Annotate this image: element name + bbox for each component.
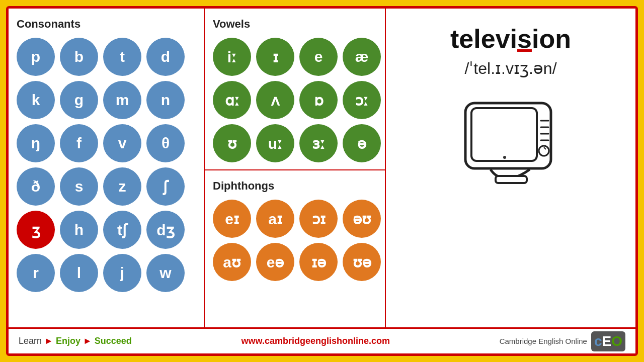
arrow2: ► (83, 336, 95, 346)
consonant-w[interactable]: w (146, 254, 185, 292)
consonant-zh[interactable]: ʒ (17, 211, 55, 249)
diphthong-ei[interactable]: eɪ (213, 200, 251, 238)
consonants-title: Consonants (17, 18, 196, 31)
right-sections: Vowels iː ɪ e æ ɑː ʌ ɒ ɔː ʊ uː ɜː ə (205, 9, 386, 327)
consonant-l[interactable]: l (60, 254, 98, 292)
consonant-f[interactable]: f (60, 124, 98, 162)
vowel-lambda[interactable]: ʌ (256, 81, 294, 119)
consonant-eth[interactable]: ð (17, 167, 55, 206)
consonant-b[interactable]: b (60, 38, 98, 76)
consonant-k[interactable]: k (17, 81, 55, 119)
consonant-ch[interactable]: tʃ (103, 211, 141, 249)
vowels-grid: iː ɪ e æ ɑː ʌ ɒ ɔː ʊ uː ɜː ə (213, 38, 377, 162)
svg-rect-8 (496, 176, 527, 183)
vowel-upsilon[interactable]: ʊ (213, 124, 251, 162)
consonant-m[interactable]: m (103, 81, 141, 119)
word-underline-s: s (517, 24, 532, 53)
consonant-n[interactable]: n (146, 81, 185, 119)
consonants-grid: p b t d k g m n ŋ f v θ ð s z ʃ ʒ h tʃ d… (17, 38, 196, 292)
consonant-p[interactable]: p (17, 38, 55, 76)
vowel-ii[interactable]: iː (213, 38, 251, 76)
consonant-r[interactable]: r (17, 254, 55, 292)
company-name: Cambridge English Online (500, 337, 587, 345)
vowels-section: Vowels iː ɪ e æ ɑː ʌ ɒ ɔː ʊ uː ɜː ə (205, 9, 385, 170)
learn-text: Learn (19, 336, 42, 346)
diphthong-ua[interactable]: ʊə (343, 243, 381, 281)
logo-c: c (594, 333, 602, 349)
logo-o: O (611, 333, 622, 349)
phonetic-text: /ˈtel.ɪ.vɪʒ.ən/ (464, 59, 556, 78)
footer-tagline: Learn ► Enjoy ► Succeed (19, 336, 132, 346)
vowel-er[interactable]: ɜː (299, 124, 338, 162)
consonant-j[interactable]: j (103, 254, 141, 292)
consonant-theta[interactable]: θ (146, 124, 185, 162)
footer-brand: Cambridge English Online c E O (500, 331, 625, 351)
footer: Learn ► Enjoy ► Succeed www.cambridgeeng… (9, 327, 635, 353)
vowel-oo[interactable]: ɔː (343, 81, 381, 119)
vowel-aa[interactable]: ɑː (213, 81, 251, 119)
diphthong-ia[interactable]: ɪə (299, 243, 338, 281)
svg-point-9 (503, 156, 506, 159)
diphthongs-grid: eɪ aɪ ɔɪ əʊ aʊ eə ɪə ʊə (213, 200, 377, 281)
succeed-text: Succeed (95, 336, 132, 346)
consonant-ng[interactable]: ŋ (17, 124, 55, 162)
consonant-t[interactable]: t (103, 38, 141, 76)
diphthong-au[interactable]: aʊ (213, 243, 251, 281)
logo-ceo: c E O (591, 331, 625, 351)
word-title: television (450, 24, 571, 54)
vowel-uu[interactable]: uː (256, 124, 294, 162)
consonant-z[interactable]: z (103, 167, 141, 206)
diphthongs-section: Diphthongs eɪ aɪ ɔɪ əʊ aʊ eə ɪə ʊə (205, 170, 385, 327)
svg-rect-1 (471, 108, 537, 161)
vowel-i[interactable]: ɪ (256, 38, 294, 76)
footer-website[interactable]: www.cambridgeenglishonline.com (242, 336, 390, 346)
content-area: Consonants p b t d k g m n ŋ f v θ ð s z… (9, 9, 635, 327)
arrow1: ► (44, 336, 56, 346)
consonant-h[interactable]: h (60, 211, 98, 249)
vowel-schwa[interactable]: ə (343, 124, 381, 162)
enjoy-text: Enjoy (56, 336, 80, 346)
word-panel: television /ˈtel.ɪ.vɪʒ.ən/ (386, 9, 635, 327)
tv-illustration (455, 93, 566, 194)
consonant-v[interactable]: v (103, 124, 141, 162)
consonant-sh[interactable]: ʃ (146, 167, 185, 206)
consonant-s[interactable]: s (60, 167, 98, 206)
logo-e: E (602, 333, 612, 349)
consonants-panel: Consonants p b t d k g m n ŋ f v θ ð s z… (9, 9, 205, 327)
diphthong-ea[interactable]: eə (256, 243, 294, 281)
consonant-dz[interactable]: dʒ (146, 211, 185, 249)
diphthong-oi[interactable]: ɔɪ (299, 200, 338, 238)
consonant-g[interactable]: g (60, 81, 98, 119)
vowel-ae[interactable]: æ (343, 38, 381, 76)
main-container: Consonants p b t d k g m n ŋ f v θ ð s z… (6, 6, 638, 356)
vowel-e[interactable]: e (299, 38, 338, 76)
diphthongs-title: Diphthongs (213, 179, 377, 193)
diphthong-ai[interactable]: aɪ (256, 200, 294, 238)
consonant-d[interactable]: d (146, 38, 185, 76)
vowels-title: Vowels (213, 18, 377, 31)
vowel-o[interactable]: ɒ (299, 81, 338, 119)
diphthong-ou[interactable]: əʊ (343, 200, 381, 238)
